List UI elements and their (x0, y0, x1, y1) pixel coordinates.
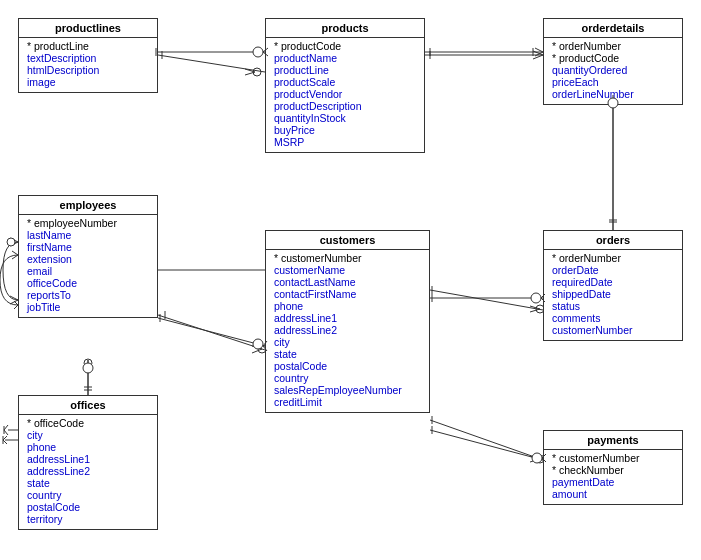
field-shippedDate: shippedDate (550, 288, 676, 300)
svg-line-26 (530, 309, 540, 312)
entity-productlines: productlines productLine textDescription… (18, 18, 158, 93)
field-addressLine2-cust: addressLine2 (272, 324, 423, 336)
field-productLine: productLine (25, 40, 151, 52)
svg-line-76 (3, 436, 7, 440)
entity-orders: orders orderNumber orderDate requiredDat… (543, 230, 683, 341)
field-checkNumber: checkNumber (550, 464, 676, 476)
field-salesRepEmployeeNumber: salesRepEmployeeNumber (272, 384, 423, 396)
svg-line-25 (530, 306, 540, 309)
field-textDescription: textDescription (25, 52, 151, 64)
svg-line-55 (10, 300, 18, 304)
field-officeCode-emp: officeCode (25, 277, 151, 289)
field-productDescription: productDescription (272, 100, 418, 112)
field-productName: productName (272, 52, 418, 64)
field-customerName: customerName (272, 264, 423, 276)
field-customerNumber-ord: customerNumber (550, 324, 676, 336)
field-country-off: country (25, 489, 151, 501)
entity-customers-header: customers (266, 231, 429, 250)
entity-orders-header: orders (544, 231, 682, 250)
svg-line-2 (245, 72, 255, 75)
field-orderNumber-ord: orderNumber (550, 252, 676, 264)
field-productLine: productLine (272, 64, 418, 76)
entity-products-body: productCode productName productLine prod… (266, 38, 424, 152)
entity-employees: employees employeeNumber lastName firstN… (18, 195, 158, 318)
field-city-off: city (25, 429, 151, 441)
field-creditLimit: creditLimit (272, 396, 423, 408)
field-phone-cust: phone (272, 300, 423, 312)
svg-line-16 (158, 315, 265, 350)
svg-point-72 (532, 453, 542, 463)
field-territory: territory (25, 513, 151, 525)
field-customerNumber: customerNumber (272, 252, 423, 264)
field-productCode: productCode (272, 40, 418, 52)
field-addressLine1-off: addressLine1 (25, 453, 151, 465)
field-productScale: productScale (272, 76, 418, 88)
entity-employees-body: employeeNumber lastName firstName extens… (19, 215, 157, 317)
field-state-off: state (25, 477, 151, 489)
field-contactLastName: contactLastName (272, 276, 423, 288)
svg-point-67 (531, 293, 541, 303)
svg-line-30 (530, 456, 540, 459)
svg-line-46 (535, 48, 543, 52)
svg-point-56 (7, 238, 15, 246)
field-extension: extension (25, 253, 151, 265)
field-orderNumber-od: orderNumber (550, 40, 676, 52)
field-contactFirstName: contactFirstName (272, 288, 423, 300)
svg-line-57 (158, 318, 265, 346)
svg-point-41 (253, 47, 263, 57)
entity-products-header: products (266, 19, 424, 38)
field-postalCode-cust: postalCode (272, 360, 423, 372)
entity-employees-header: employees (19, 196, 157, 215)
field-htmlDescription: htmlDescription (25, 64, 151, 76)
field-buyPrice: buyPrice (272, 124, 418, 136)
field-image: image (25, 76, 151, 88)
field-city-cust: city (272, 336, 423, 348)
field-officeCode-off: officeCode (25, 417, 151, 429)
entity-productlines-header: productlines (19, 19, 157, 38)
field-jobTitle: jobTitle (25, 301, 151, 313)
svg-line-19 (252, 346, 262, 349)
field-paymentDate: paymentDate (550, 476, 676, 488)
field-quantityOrdered: quantityOrdered (550, 64, 676, 76)
svg-line-52 (10, 238, 18, 242)
field-customerNumber-pay: customerNumber (550, 452, 676, 464)
field-email: email (25, 265, 151, 277)
field-lastName: lastName (25, 229, 151, 241)
field-reportsTo: reportsTo (25, 289, 151, 301)
entity-products: products productCode productName product… (265, 18, 425, 153)
entity-orderdetails: orderdetails orderNumber productCode qua… (543, 18, 683, 105)
svg-line-8 (533, 55, 543, 59)
field-state-cust: state (272, 348, 423, 360)
svg-line-53 (10, 242, 18, 246)
svg-line-70 (430, 430, 543, 460)
entity-orders-body: orderNumber orderDate requiredDate shipp… (544, 250, 682, 340)
field-comments: comments (550, 312, 676, 324)
field-requiredDate: requiredDate (550, 276, 676, 288)
svg-point-4 (253, 68, 261, 76)
field-addressLine1-cust: addressLine1 (272, 312, 423, 324)
field-employeeNumber: employeeNumber (25, 217, 151, 229)
entity-customers: customers customerNumber customerName co… (265, 230, 430, 413)
svg-line-47 (535, 52, 543, 56)
svg-line-31 (530, 459, 540, 462)
entity-payments: payments customerNumber checkNumber paym… (543, 430, 683, 505)
entity-offices-header: offices (19, 396, 157, 415)
svg-line-0 (158, 55, 265, 72)
field-phone-off: phone (25, 441, 151, 453)
entity-payments-body: customerNumber checkNumber paymentDate a… (544, 450, 682, 504)
entity-productlines-body: productLine textDescription htmlDescript… (19, 38, 157, 92)
svg-line-1 (245, 69, 255, 72)
field-quantityInStock: quantityInStock (272, 112, 418, 124)
entity-orderdetails-body: orderNumber productCode quantityOrdered … (544, 38, 682, 104)
entity-payments-header: payments (544, 431, 682, 450)
svg-line-22 (430, 290, 543, 310)
entity-offices-body: officeCode city phone addressLine1 addre… (19, 415, 157, 529)
svg-line-20 (252, 349, 262, 353)
field-MSRP: MSRP (272, 136, 418, 148)
svg-point-59 (253, 339, 263, 349)
svg-point-63 (83, 363, 93, 373)
svg-line-37 (4, 430, 8, 435)
er-diagram: productlines productLine textDescription… (0, 0, 701, 560)
svg-line-54 (10, 296, 18, 300)
field-productVendor: productVendor (272, 88, 418, 100)
